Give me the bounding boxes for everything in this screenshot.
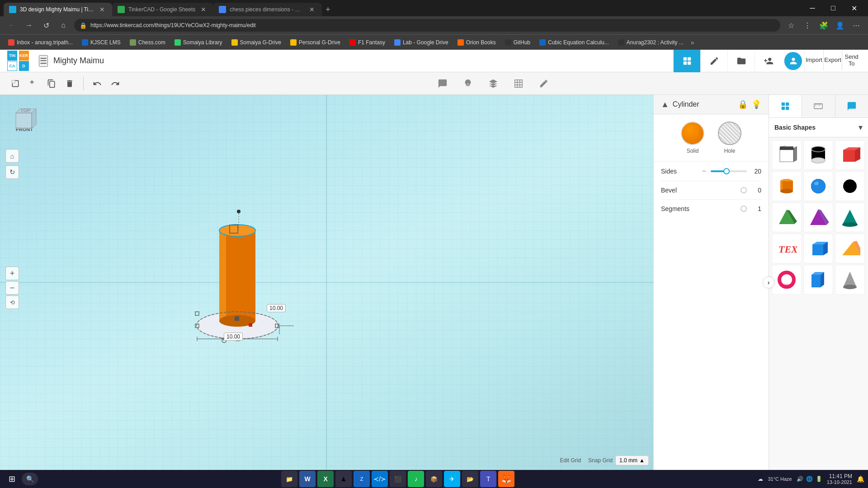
- shape-prism-blue[interactable]: [803, 265, 833, 295]
- new-tab-button[interactable]: +: [322, 3, 334, 16]
- shape-pyramid-purple[interactable]: [803, 202, 833, 232]
- comment-icon-button[interactable]: [434, 75, 451, 92]
- bookmark-lab-gdrive[interactable]: Lab - Google Drive: [391, 38, 452, 47]
- bookmark-orion[interactable]: Orion Books: [454, 38, 500, 47]
- shape-sphere-blue[interactable]: [803, 171, 833, 201]
- reset-view-button[interactable]: ⟲: [5, 296, 19, 309]
- import-button[interactable]: Import: [805, 50, 824, 70]
- shapes-panel-dropdown[interactable]: ▾: [859, 122, 863, 132]
- taskbar-app-misc2[interactable]: 📦: [426, 471, 442, 487]
- shape-cone-teal[interactable]: [835, 202, 865, 232]
- shape-blob-grey[interactable]: [835, 171, 865, 201]
- tab-close-sheets[interactable]: ✕: [199, 5, 208, 14]
- shape-cylinder-striped[interactable]: [803, 140, 833, 170]
- profile-icon[interactable]: 👤: [834, 19, 846, 32]
- zoom-in-button[interactable]: +: [5, 267, 19, 280]
- hamburger-menu[interactable]: ☰: [39, 55, 48, 67]
- lock-icon[interactable]: 🔒: [738, 99, 748, 109]
- shapes-ruler-tab[interactable]: [802, 95, 835, 117]
- tab-chess[interactable]: chess pieces dimensions - Goo... ✕: [213, 3, 322, 16]
- shape-text-red[interactable]: TEXT: [772, 234, 802, 263]
- bookmark-anurag[interactable]: Anurag2302 : Activity ...: [614, 38, 687, 47]
- view-grid-button[interactable]: [673, 50, 700, 72]
- notifications-button[interactable]: 🔔: [857, 475, 864, 483]
- hole-option[interactable]: Hole: [718, 122, 741, 154]
- start-button[interactable]: ⊞: [4, 471, 20, 487]
- home-view-button[interactable]: ⌂: [5, 149, 19, 163]
- zoom-out-button[interactable]: −: [5, 281, 19, 295]
- rotate-view-button[interactable]: ↻: [5, 165, 19, 179]
- bookmark-somaiya-lib[interactable]: Somaiya Library: [171, 38, 226, 47]
- extensions-icon[interactable]: 🧩: [817, 19, 830, 32]
- add-user-button[interactable]: [755, 50, 782, 72]
- shape-pyramid-yellow[interactable]: [835, 234, 865, 263]
- shapes-chat-tab[interactable]: [835, 95, 868, 117]
- taskbar-app-files[interactable]: 📂: [462, 471, 478, 487]
- favorites-icon[interactable]: ☆: [785, 19, 797, 32]
- forward-button[interactable]: →: [23, 19, 35, 32]
- edit-grid-button[interactable]: Edit Grid: [560, 457, 581, 464]
- bookmark-personal-gdrive[interactable]: Personal G-Drive: [287, 38, 344, 47]
- taskbar-app-word[interactable]: W: [299, 471, 316, 487]
- light-icon-button[interactable]: [460, 75, 476, 92]
- redo-button[interactable]: [107, 75, 123, 92]
- sides-slider[interactable]: [711, 170, 747, 172]
- tab-close-tinkercad[interactable]: ✕: [98, 5, 107, 14]
- tab-sheets[interactable]: TinkerCAD - Google Sheets ✕: [112, 3, 213, 16]
- panel-collapse-button[interactable]: ▲: [661, 100, 669, 109]
- bookmark-kjsce[interactable]: KJSCE LMS: [78, 38, 124, 47]
- solid-option[interactable]: Solid: [681, 122, 704, 154]
- close-button[interactable]: ✕: [844, 0, 864, 16]
- maximize-button[interactable]: □: [823, 0, 844, 16]
- bookmarks-overflow-button[interactable]: »: [689, 37, 696, 48]
- export-button[interactable]: Export: [824, 50, 843, 70]
- shape-icon-button[interactable]: [485, 75, 501, 92]
- shape-box-striped[interactable]: [772, 140, 802, 170]
- profile-avatar-button[interactable]: [784, 52, 802, 70]
- delete-button[interactable]: [61, 75, 78, 92]
- new-shape-button[interactable]: [7, 75, 24, 92]
- taskbar-app-vscode[interactable]: ≺/≻: [372, 471, 388, 487]
- taskbar-app-zoom[interactable]: Z: [354, 471, 370, 487]
- taskbar-app-explorer[interactable]: 📁: [281, 471, 297, 487]
- taskbar-app-telegram[interactable]: ✈: [444, 471, 460, 487]
- copy-button[interactable]: [43, 75, 60, 92]
- minimize-button[interactable]: ─: [802, 0, 823, 16]
- taskbar-clock[interactable]: 11:41 PM 13-10-2021: [827, 473, 852, 485]
- ruler-button[interactable]: [700, 50, 727, 72]
- collections-icon[interactable]: ⋮: [801, 19, 814, 32]
- segments-slider-thumb[interactable]: [741, 206, 747, 212]
- send-to-button[interactable]: Send To: [842, 50, 861, 70]
- info-icon[interactable]: 💡: [751, 99, 761, 109]
- taskbar-app-spotify[interactable]: ♪: [408, 471, 424, 487]
- bookmark-chess[interactable]: Chess.com: [126, 38, 169, 47]
- canvas-area[interactable]: TOP FRONT ⌂ ↻ + − ⟲: [0, 95, 653, 470]
- shape-cube-red[interactable]: [835, 140, 865, 170]
- bookmark-inbox[interactable]: Inbox - anurag.tripath...: [5, 38, 76, 47]
- shape-torus-pink[interactable]: [772, 265, 802, 295]
- taskbar-app-teams[interactable]: T: [480, 471, 496, 487]
- taskbar-app-misc1[interactable]: ⬛: [390, 471, 406, 487]
- view-cube-svg[interactable]: [11, 108, 38, 136]
- snap-grid-dropdown[interactable]: 1.0 mm ▲: [615, 455, 649, 465]
- taskbar-app-excel[interactable]: X: [317, 471, 334, 487]
- panel-scroll-right[interactable]: ›: [763, 277, 774, 288]
- shape-pyramid-green[interactable]: [772, 202, 802, 232]
- taskbar-app-chess[interactable]: ♟: [335, 471, 352, 487]
- bevel-slider-thumb[interactable]: [741, 187, 747, 193]
- url-bar[interactable]: 🔒 https://www.tinkercad.com/things/19UCY…: [74, 19, 780, 32]
- settings-dots[interactable]: ⋯: [850, 19, 863, 32]
- bookmark-f1[interactable]: F1 Fantasy: [346, 38, 389, 47]
- bookmark-github[interactable]: GitHub: [501, 38, 534, 47]
- bookmark-somaiya-gdrive[interactable]: Somaiya G-Drive: [228, 38, 285, 47]
- shape-cylinder-orange[interactable]: [772, 171, 802, 201]
- tab-tinkercad[interactable]: 3D design Mighty Maimu | Tink... ✕: [4, 3, 112, 16]
- measure-icon-button[interactable]: [536, 75, 552, 92]
- shape-cube-blue[interactable]: [803, 234, 833, 263]
- move-button[interactable]: [25, 75, 42, 92]
- bookmark-cubic[interactable]: Cubic Equation Calculu...: [536, 38, 613, 47]
- folder-button[interactable]: [727, 50, 755, 72]
- grid-icon-button[interactable]: [510, 75, 527, 92]
- tab-close-chess[interactable]: ✕: [307, 5, 316, 14]
- refresh-button[interactable]: ↺: [40, 19, 52, 32]
